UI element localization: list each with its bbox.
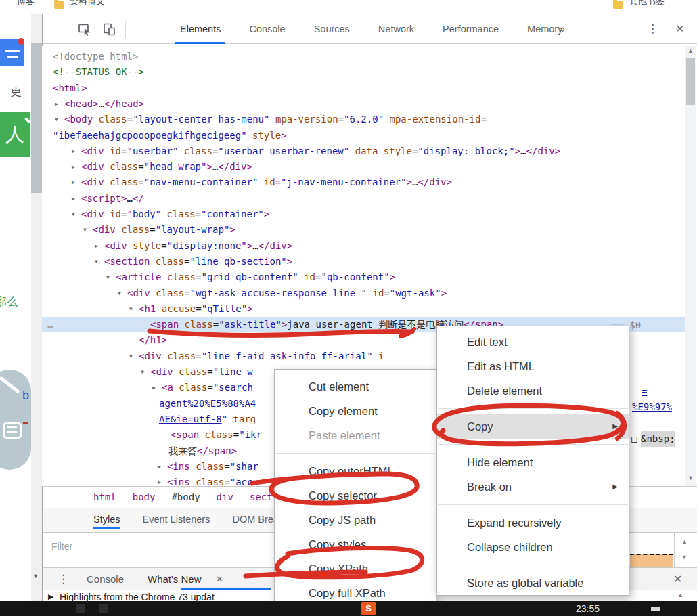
code-line[interactable]: ▼<article class="grid qb-content" id="qb… [42,269,685,285]
expand-arrow-icon[interactable]: ▶ [72,144,75,159]
code-line[interactable]: <!doctype html> [42,49,685,64]
tab-sources[interactable]: Sources [300,15,364,44]
scroll-up-icon[interactable]: ▲ [677,592,683,598]
code-line[interactable]: ▶<div class="head-wrap">…</div> [42,159,685,175]
expand-arrow-icon[interactable]: ▶ [158,459,161,475]
code-token: > [281,130,286,141]
code-token: "ibefaeehajgcpooopoegkifhgecigeeg" [53,130,247,141]
menu-item-copy-js-path[interactable]: Copy JS path [275,508,436,532]
other-bookmarks[interactable]: 其他书签 [629,0,665,7]
device-toolbar-icon[interactable] [102,22,116,39]
menu-item-copy-element[interactable]: Copy element [275,399,436,423]
code-line[interactable]: ▶<head>…</head> [42,96,685,112]
expand-arrow-icon[interactable]: ▶ [95,238,98,254]
collapse-arrow-icon[interactable]: ▼ [106,269,110,285]
devtools-close-icon[interactable]: ✕ [675,15,684,43]
page-text-more[interactable]: 更 [10,84,22,100]
taskbar-icon[interactable] [76,604,85,613]
tab-console[interactable]: Console [235,15,299,44]
menu-item-delete-element[interactable]: Delete element [437,378,629,403]
tab-performance[interactable]: Performance [428,15,513,44]
tab-elements[interactable]: Elements [166,15,235,44]
code-line[interactable]: ▶<div style="display:none">…</div> [42,238,685,254]
menu-item-copy-outerhtml[interactable]: Copy outerHTML [275,459,436,483]
menu-item-copy-styles[interactable]: Copy styles [275,532,436,556]
page-text-b[interactable]: b [22,389,29,403]
elements-scrollbar[interactable] [685,46,696,486]
expand-arrow-icon[interactable]: ▶ [48,592,53,601]
menu-item-break-on[interactable]: Break on▶ [437,475,629,499]
menu-item-edit-as-html[interactable]: Edit as HTML [437,354,629,378]
more-actions-icon[interactable]: … [47,317,52,332]
expand-arrow-icon[interactable]: ▶ [55,96,58,112]
page-link-text[interactable]: 那么 [0,295,18,309]
tab-console[interactable]: Console [87,568,124,590]
code-line[interactable]: ▶<script>…</ [42,191,685,206]
collapse-arrow-icon[interactable]: ▼ [118,286,121,301]
breadcrumb-item[interactable]: html [93,487,116,508]
devtools-menu-icon[interactable]: ⋮ [647,15,658,43]
expand-arrow-icon[interactable]: ▶ [158,475,161,486]
code-line[interactable]: ▼<div class="layout-wrap"> [42,222,685,238]
menu-item-cut-element[interactable]: Cut element [275,374,436,399]
breadcrumb-item[interactable]: body [133,487,156,508]
drawer-menu-icon[interactable]: ⋮ [58,568,69,590]
code-line[interactable]: <!--STATUS OK--> [42,64,685,80]
expand-arrow-icon[interactable]: ▶ [72,159,75,175]
collapse-arrow-icon[interactable]: ▼ [129,301,133,317]
menu-item-copy-xpath[interactable]: Copy XPath [275,556,436,581]
elements-scrollbar-thumb[interactable] [686,58,695,105]
tab-whats-new[interactable]: What's New [148,568,202,590]
menu-item-edit-text[interactable]: Edit text [437,330,629,354]
code-line[interactable]: ▼<div id="body" class="container"> [42,206,685,222]
code-line[interactable]: ▼<h1 accuse="qTitle"> [42,301,685,317]
code-line[interactable]: ▶<div class="nav-menu-container" id="j-n… [42,175,685,190]
code-line[interactable]: "ibefaeehajgcpooopoegkifhgecigeeg" style… [42,128,685,144]
collapse-arrow-icon[interactable]: ▼ [72,206,75,222]
inspect-element-icon[interactable] [78,22,92,39]
code-token: <span [150,319,179,330]
code-line[interactable]: ▶<div id="userbar" class="userbar userba… [42,144,685,159]
ime-icon[interactable]: S [361,602,376,615]
bookmark-item[interactable]: 博客 [17,0,35,7]
bookmark-folder[interactable]: 资料博文 [70,0,105,7]
step-down-icon[interactable]: ▼ [681,554,688,560]
scroll-down-icon[interactable]: ▼ [32,573,39,579]
taskbar-icon[interactable] [99,604,108,613]
code-line[interactable]: ▼<section class="line qb-section"> [42,254,685,269]
collapse-arrow-icon[interactable]: ▼ [95,254,98,269]
tab-styles[interactable]: Styles [93,508,120,531]
taskbar-clock[interactable]: 23:55 [576,603,600,614]
breadcrumb-item[interactable]: div [217,487,233,508]
filter-input[interactable]: Filter [51,533,72,560]
breadcrumb-item[interactable]: #body [171,487,200,508]
page-scrollbar-thumb[interactable] [31,43,42,193]
taskbar-tray-icon[interactable] [651,607,660,611]
menu-item-hide-element[interactable]: Hide element [437,450,629,475]
step-up-icon[interactable]: ▲ [681,538,688,545]
code-line[interactable]: ▼<body class="layout-center has-menu" mp… [42,112,685,127]
drawer-close-icon[interactable]: ✕ [673,568,682,590]
collapse-arrow-icon[interactable]: ▼ [141,364,144,380]
menu-item-collapse-children[interactable]: Collapse children [437,535,629,559]
collapse-arrow-icon[interactable]: ▼ [55,112,58,127]
scroll-down-icon[interactable]: ▼ [688,475,694,481]
expand-arrow-icon[interactable]: ▶ [72,191,75,206]
collapse-arrow-icon[interactable]: ▼ [129,349,133,364]
expand-arrow-icon[interactable]: ▶ [72,175,75,190]
tab-network[interactable]: Network [364,15,428,44]
tab-event-listeners[interactable]: Event Listeners [143,508,210,531]
menu-item-store-as-global-variable[interactable]: Store as global variable [437,571,629,595]
menu-item-copy[interactable]: Copy▶ [437,414,629,439]
more-tabs-icon[interactable]: » [554,15,570,43]
menu-item-label: Copy selector [309,489,377,502]
scroll-up-icon[interactable]: ▲ [688,47,694,54]
expand-arrow-icon[interactable]: ▶ [152,380,156,395]
menu-item-copy-selector[interactable]: Copy selector [275,483,436,508]
collapse-arrow-icon[interactable]: ▼ [83,222,87,238]
floating-action-buttons[interactable] [0,370,31,470]
code-line[interactable]: <html> [42,81,685,96]
tab-close-icon[interactable]: ✕ [216,568,223,590]
menu-item-expand-recursively[interactable]: Expand recursively [437,510,629,535]
code-line[interactable]: ▼<div class="wgt-ask accuse-response lin… [42,286,685,301]
